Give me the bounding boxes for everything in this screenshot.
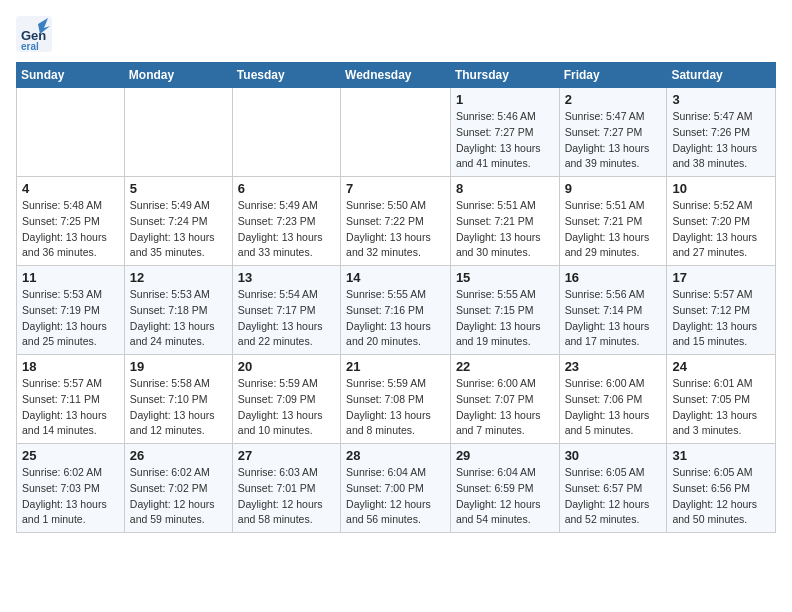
calendar-header: SundayMondayTuesdayWednesdayThursdayFrid… [17, 63, 776, 88]
day-info: Sunrise: 5:59 AM Sunset: 7:08 PM Dayligh… [346, 376, 445, 439]
weekday-header: Wednesday [341, 63, 451, 88]
calendar-cell: 21Sunrise: 5:59 AM Sunset: 7:08 PM Dayli… [341, 355, 451, 444]
day-info: Sunrise: 5:52 AM Sunset: 7:20 PM Dayligh… [672, 198, 770, 261]
calendar-cell [341, 88, 451, 177]
day-number: 19 [130, 359, 227, 374]
day-number: 4 [22, 181, 119, 196]
day-number: 1 [456, 92, 554, 107]
day-number: 5 [130, 181, 227, 196]
calendar-cell: 24Sunrise: 6:01 AM Sunset: 7:05 PM Dayli… [667, 355, 776, 444]
calendar-cell [124, 88, 232, 177]
day-number: 25 [22, 448, 119, 463]
day-number: 29 [456, 448, 554, 463]
day-info: Sunrise: 6:04 AM Sunset: 6:59 PM Dayligh… [456, 465, 554, 528]
day-info: Sunrise: 5:53 AM Sunset: 7:18 PM Dayligh… [130, 287, 227, 350]
day-number: 13 [238, 270, 335, 285]
weekday-header: Monday [124, 63, 232, 88]
day-number: 10 [672, 181, 770, 196]
calendar-body: 1Sunrise: 5:46 AM Sunset: 7:27 PM Daylig… [17, 88, 776, 533]
calendar-cell: 31Sunrise: 6:05 AM Sunset: 6:56 PM Dayli… [667, 444, 776, 533]
day-info: Sunrise: 6:01 AM Sunset: 7:05 PM Dayligh… [672, 376, 770, 439]
day-number: 16 [565, 270, 662, 285]
day-number: 8 [456, 181, 554, 196]
day-info: Sunrise: 5:53 AM Sunset: 7:19 PM Dayligh… [22, 287, 119, 350]
day-number: 6 [238, 181, 335, 196]
day-info: Sunrise: 5:55 AM Sunset: 7:15 PM Dayligh… [456, 287, 554, 350]
weekday-header: Tuesday [232, 63, 340, 88]
calendar-row: 1Sunrise: 5:46 AM Sunset: 7:27 PM Daylig… [17, 88, 776, 177]
day-info: Sunrise: 6:03 AM Sunset: 7:01 PM Dayligh… [238, 465, 335, 528]
day-info: Sunrise: 6:00 AM Sunset: 7:06 PM Dayligh… [565, 376, 662, 439]
day-number: 3 [672, 92, 770, 107]
day-number: 30 [565, 448, 662, 463]
calendar-cell: 16Sunrise: 5:56 AM Sunset: 7:14 PM Dayli… [559, 266, 667, 355]
page-header: Gen eral [16, 16, 776, 52]
calendar-cell: 9Sunrise: 5:51 AM Sunset: 7:21 PM Daylig… [559, 177, 667, 266]
day-number: 17 [672, 270, 770, 285]
day-number: 9 [565, 181, 662, 196]
calendar-cell: 26Sunrise: 6:02 AM Sunset: 7:02 PM Dayli… [124, 444, 232, 533]
calendar-cell: 15Sunrise: 5:55 AM Sunset: 7:15 PM Dayli… [450, 266, 559, 355]
calendar-row: 4Sunrise: 5:48 AM Sunset: 7:25 PM Daylig… [17, 177, 776, 266]
day-number: 15 [456, 270, 554, 285]
day-info: Sunrise: 6:04 AM Sunset: 7:00 PM Dayligh… [346, 465, 445, 528]
day-number: 12 [130, 270, 227, 285]
weekday-header: Sunday [17, 63, 125, 88]
calendar-cell: 14Sunrise: 5:55 AM Sunset: 7:16 PM Dayli… [341, 266, 451, 355]
calendar-cell: 3Sunrise: 5:47 AM Sunset: 7:26 PM Daylig… [667, 88, 776, 177]
day-number: 24 [672, 359, 770, 374]
calendar-cell: 7Sunrise: 5:50 AM Sunset: 7:22 PM Daylig… [341, 177, 451, 266]
day-number: 11 [22, 270, 119, 285]
logo: Gen eral [16, 16, 56, 52]
day-number: 26 [130, 448, 227, 463]
day-number: 20 [238, 359, 335, 374]
day-number: 21 [346, 359, 445, 374]
day-info: Sunrise: 5:49 AM Sunset: 7:23 PM Dayligh… [238, 198, 335, 261]
calendar-row: 25Sunrise: 6:02 AM Sunset: 7:03 PM Dayli… [17, 444, 776, 533]
calendar-cell [17, 88, 125, 177]
day-info: Sunrise: 6:02 AM Sunset: 7:03 PM Dayligh… [22, 465, 119, 528]
day-info: Sunrise: 5:51 AM Sunset: 7:21 PM Dayligh… [456, 198, 554, 261]
calendar-cell: 1Sunrise: 5:46 AM Sunset: 7:27 PM Daylig… [450, 88, 559, 177]
calendar-table: SundayMondayTuesdayWednesdayThursdayFrid… [16, 62, 776, 533]
calendar-cell: 8Sunrise: 5:51 AM Sunset: 7:21 PM Daylig… [450, 177, 559, 266]
day-info: Sunrise: 5:57 AM Sunset: 7:11 PM Dayligh… [22, 376, 119, 439]
day-number: 2 [565, 92, 662, 107]
day-info: Sunrise: 5:56 AM Sunset: 7:14 PM Dayligh… [565, 287, 662, 350]
day-info: Sunrise: 5:48 AM Sunset: 7:25 PM Dayligh… [22, 198, 119, 261]
calendar-cell: 5Sunrise: 5:49 AM Sunset: 7:24 PM Daylig… [124, 177, 232, 266]
calendar-cell: 12Sunrise: 5:53 AM Sunset: 7:18 PM Dayli… [124, 266, 232, 355]
calendar-row: 11Sunrise: 5:53 AM Sunset: 7:19 PM Dayli… [17, 266, 776, 355]
day-info: Sunrise: 5:47 AM Sunset: 7:26 PM Dayligh… [672, 109, 770, 172]
weekday-header: Friday [559, 63, 667, 88]
calendar-cell [232, 88, 340, 177]
calendar-cell: 18Sunrise: 5:57 AM Sunset: 7:11 PM Dayli… [17, 355, 125, 444]
calendar-cell: 28Sunrise: 6:04 AM Sunset: 7:00 PM Dayli… [341, 444, 451, 533]
calendar-cell: 6Sunrise: 5:49 AM Sunset: 7:23 PM Daylig… [232, 177, 340, 266]
day-info: Sunrise: 5:55 AM Sunset: 7:16 PM Dayligh… [346, 287, 445, 350]
calendar-cell: 4Sunrise: 5:48 AM Sunset: 7:25 PM Daylig… [17, 177, 125, 266]
day-info: Sunrise: 5:58 AM Sunset: 7:10 PM Dayligh… [130, 376, 227, 439]
day-info: Sunrise: 5:51 AM Sunset: 7:21 PM Dayligh… [565, 198, 662, 261]
day-info: Sunrise: 5:47 AM Sunset: 7:27 PM Dayligh… [565, 109, 662, 172]
day-info: Sunrise: 6:05 AM Sunset: 6:56 PM Dayligh… [672, 465, 770, 528]
day-info: Sunrise: 5:49 AM Sunset: 7:24 PM Dayligh… [130, 198, 227, 261]
calendar-cell: 22Sunrise: 6:00 AM Sunset: 7:07 PM Dayli… [450, 355, 559, 444]
day-info: Sunrise: 5:57 AM Sunset: 7:12 PM Dayligh… [672, 287, 770, 350]
calendar-cell: 23Sunrise: 6:00 AM Sunset: 7:06 PM Dayli… [559, 355, 667, 444]
calendar-cell: 29Sunrise: 6:04 AM Sunset: 6:59 PM Dayli… [450, 444, 559, 533]
weekday-header: Thursday [450, 63, 559, 88]
day-info: Sunrise: 6:00 AM Sunset: 7:07 PM Dayligh… [456, 376, 554, 439]
calendar-cell: 17Sunrise: 5:57 AM Sunset: 7:12 PM Dayli… [667, 266, 776, 355]
logo-icon: Gen eral [16, 16, 52, 52]
weekday-header: Saturday [667, 63, 776, 88]
calendar-cell: 20Sunrise: 5:59 AM Sunset: 7:09 PM Dayli… [232, 355, 340, 444]
calendar-cell: 2Sunrise: 5:47 AM Sunset: 7:27 PM Daylig… [559, 88, 667, 177]
day-number: 14 [346, 270, 445, 285]
day-number: 31 [672, 448, 770, 463]
day-info: Sunrise: 5:54 AM Sunset: 7:17 PM Dayligh… [238, 287, 335, 350]
day-info: Sunrise: 5:46 AM Sunset: 7:27 PM Dayligh… [456, 109, 554, 172]
calendar-cell: 27Sunrise: 6:03 AM Sunset: 7:01 PM Dayli… [232, 444, 340, 533]
calendar-cell: 19Sunrise: 5:58 AM Sunset: 7:10 PM Dayli… [124, 355, 232, 444]
day-info: Sunrise: 5:59 AM Sunset: 7:09 PM Dayligh… [238, 376, 335, 439]
